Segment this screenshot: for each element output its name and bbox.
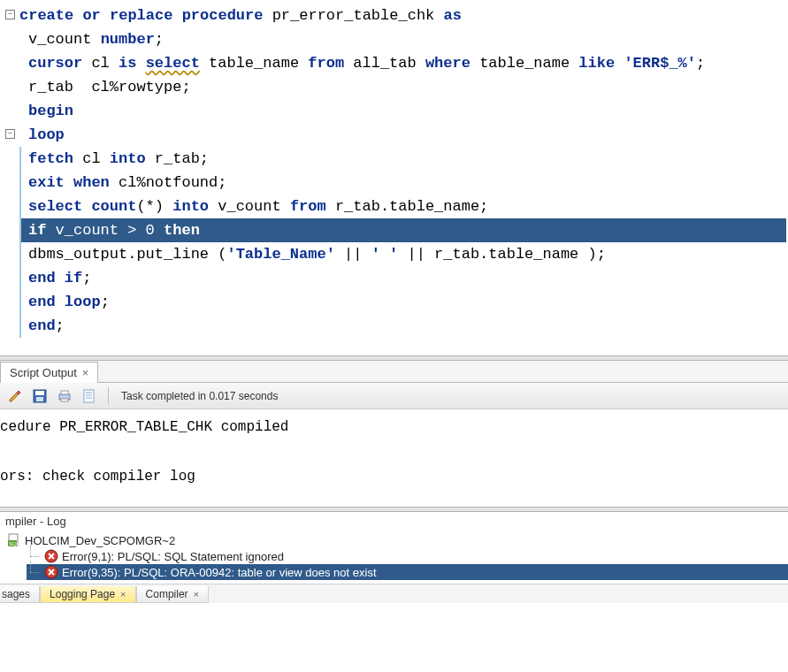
code-token: r_tab; <box>146 150 209 167</box>
tab-script-output-label: Script Output <box>10 366 77 379</box>
sql-page-button[interactable] <box>80 386 99 406</box>
close-icon[interactable]: × <box>82 367 88 379</box>
code-token: loop <box>28 126 65 143</box>
task-completed-text: Task completed in 0.017 seconds <box>121 390 278 402</box>
code-token: cl <box>73 150 110 167</box>
tab-messages[interactable]: sages <box>0 586 40 603</box>
code-token: cl%notfound; <box>110 174 227 191</box>
code-token: cursor <box>28 55 82 72</box>
save-button[interactable] <box>30 386 50 406</box>
script-output-text[interactable]: cedure PR_ERROR_TABLE_CHK compiled ors: … <box>0 409 788 507</box>
code-token: end if <box>28 270 82 286</box>
code-token: 'ERR$_%' <box>624 55 696 72</box>
code-token: like <box>578 55 615 72</box>
code-token: begin <box>28 103 73 119</box>
tree-root[interactable]: SQL HOLCIM_Dev_SCPOMGR~2 <box>4 532 788 548</box>
compiler-tree: SQL HOLCIM_Dev_SCPOMGR~2 Error(9,1): PL/… <box>0 531 788 584</box>
code-token: from <box>290 198 326 215</box>
code-token: || <box>335 246 371 263</box>
compiler-error-text: Error(9,1): PL/SQL: SQL Statement ignore… <box>62 550 284 563</box>
compiler-log-pane: mpiler - Log SQL HOLCIM_Dev_SCPOMGR~2 Er… <box>0 512 788 603</box>
svg-text:SQL: SQL <box>9 541 20 546</box>
svg-rect-4 <box>61 391 68 394</box>
page-icon <box>82 389 96 403</box>
error-icon <box>44 565 58 579</box>
tab-compiler[interactable]: Compiler × <box>136 586 209 603</box>
code-line[interactable]: −create or replace procedure pr_error_ta… <box>19 4 788 27</box>
tab-logging-page-label: Logging Page <box>50 588 115 600</box>
code-token: ; <box>82 270 91 286</box>
code-line[interactable]: cursor cl is select table_name from all_… <box>19 51 788 75</box>
code-token: end loop <box>28 294 101 310</box>
code-token: number <box>101 31 155 48</box>
code-token: pr_error_table_chk <box>263 7 443 24</box>
code-line[interactable]: fetch cl into r_tab; <box>19 147 788 171</box>
code-token: table_name <box>200 55 308 72</box>
fold-toggle[interactable]: − <box>5 129 15 139</box>
code-token: table_name <box>471 55 578 72</box>
code-token: into <box>172 198 209 215</box>
code-line[interactable]: −loop <box>19 123 788 147</box>
code-token: if <box>28 222 46 239</box>
code-token: select <box>146 55 200 72</box>
pencil-icon <box>8 389 22 403</box>
code-token: dbms_output.put_line ( <box>28 246 226 263</box>
code-token: v_count <box>209 198 290 215</box>
code-token: then <box>164 222 200 239</box>
code-line[interactable]: end if; <box>19 266 788 290</box>
code-token: v_count <box>28 31 101 48</box>
svg-rect-2 <box>36 397 43 401</box>
tab-logging-page[interactable]: Logging Page × <box>40 586 136 603</box>
compiler-error-text: Error(9,35): PL/SQL: ORA-00942: table or… <box>62 566 377 579</box>
code-token: fetch <box>28 150 73 167</box>
code-editor[interactable]: −create or replace procedure pr_error_ta… <box>0 0 788 355</box>
code-token: from <box>308 55 344 72</box>
code-token: ; <box>56 317 65 334</box>
tree-elbow <box>30 551 41 561</box>
fold-guide <box>19 195 21 218</box>
code-line[interactable]: end; <box>19 314 788 338</box>
tab-script-output[interactable]: Script Output × <box>0 362 98 383</box>
code-token: into <box>110 150 146 167</box>
code-token: ; <box>155 31 164 48</box>
print-button[interactable] <box>55 386 74 406</box>
code-token: select count <box>28 198 136 215</box>
code-line[interactable]: begin <box>19 99 788 123</box>
code-token: ; <box>101 294 110 310</box>
code-token: ; <box>696 55 705 72</box>
compiler-error-item[interactable]: Error(9,1): PL/SQL: SQL Statement ignore… <box>27 548 788 564</box>
close-icon[interactable]: × <box>120 589 126 599</box>
svg-rect-5 <box>61 399 68 401</box>
code-line[interactable]: end loop; <box>19 290 788 314</box>
code-line[interactable]: select count(*) into v_count from r_tab.… <box>19 195 788 218</box>
tree-root-label: HOLCIM_Dev_SCPOMGR~2 <box>25 534 175 547</box>
code-token: r_tab cl%rowtype; <box>28 79 191 95</box>
fold-guide <box>19 147 21 171</box>
output-tabbar: Script Output × <box>0 361 788 383</box>
pencil-button[interactable] <box>5 386 25 406</box>
code-token: (*) <box>136 198 172 215</box>
code-line[interactable]: if v_count > 0 then <box>19 218 786 242</box>
code-token: all_tab <box>344 55 425 72</box>
tab-compiler-label: Compiler <box>146 588 188 600</box>
code-token: end <box>28 317 56 334</box>
code-line[interactable]: v_count number; <box>19 27 788 51</box>
output-toolbar: Task completed in 0.017 seconds <box>0 383 788 409</box>
fold-toggle[interactable]: − <box>5 10 15 19</box>
close-icon[interactable]: × <box>194 589 199 599</box>
code-token: 'Table_Name' <box>226 246 334 263</box>
compiler-log-title: mpiler - Log <box>0 512 788 531</box>
code-token: cl <box>82 55 119 72</box>
compiler-error-item[interactable]: Error(9,35): PL/SQL: ORA-00942: table or… <box>27 564 788 580</box>
code-token: ' ' <box>371 246 399 263</box>
code-line[interactable]: r_tab cl%rowtype; <box>19 75 788 99</box>
sql-file-icon: SQL <box>7 533 21 547</box>
fold-guide <box>19 314 21 338</box>
code-line[interactable]: dbms_output.put_line ('Table_Name' || ' … <box>19 242 788 266</box>
code-token: create or replace procedure <box>19 7 263 24</box>
svg-rect-1 <box>35 391 44 395</box>
tab-messages-label: sages <box>2 588 30 600</box>
bottom-tabbar: sages Logging Page × Compiler × <box>0 584 788 603</box>
code-token: as <box>444 7 462 24</box>
code-line[interactable]: exit when cl%notfound; <box>19 171 788 195</box>
